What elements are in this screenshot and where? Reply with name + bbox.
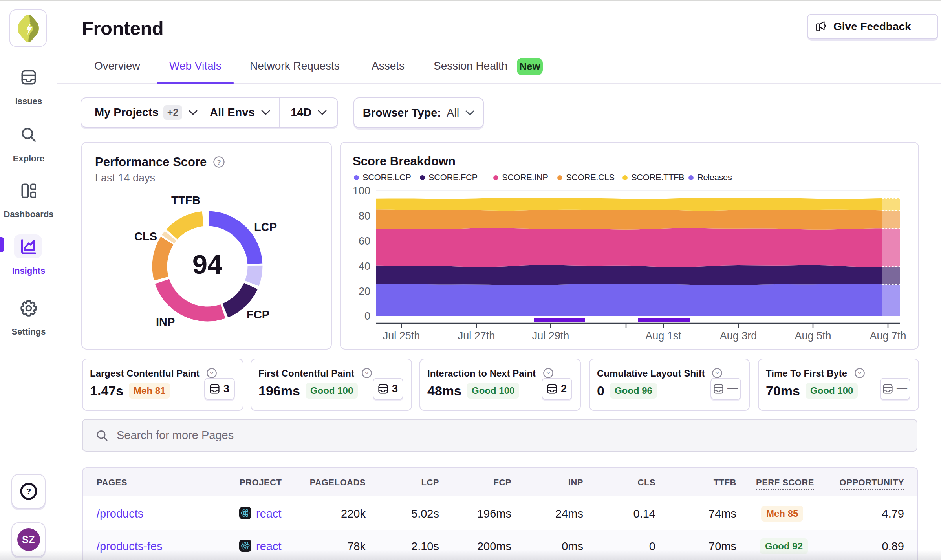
svg-text:?: ? xyxy=(365,370,368,377)
svg-text:40: 40 xyxy=(359,260,370,272)
svg-text:80: 80 xyxy=(359,210,370,222)
svg-text:?: ? xyxy=(546,370,550,377)
svg-text:Aug 3rd: Aug 3rd xyxy=(720,330,757,342)
svg-text:?: ? xyxy=(210,370,214,377)
svg-text:Aug 1st: Aug 1st xyxy=(645,330,681,342)
svg-text:100: 100 xyxy=(353,185,370,197)
svg-text:Jul 27th: Jul 27th xyxy=(458,330,495,342)
svg-text:Aug 7th: Aug 7th xyxy=(870,330,906,342)
svg-text:60: 60 xyxy=(359,235,370,247)
svg-text:Jul 25th: Jul 25th xyxy=(383,330,420,342)
svg-text:?: ? xyxy=(26,487,31,496)
svg-text:20: 20 xyxy=(359,285,370,297)
svg-text:0: 0 xyxy=(364,310,370,322)
svg-text:Aug 5th: Aug 5th xyxy=(795,330,831,342)
svg-text:?: ? xyxy=(716,370,719,377)
svg-text:Jul 29th: Jul 29th xyxy=(532,330,569,342)
svg-text:?: ? xyxy=(858,370,861,377)
